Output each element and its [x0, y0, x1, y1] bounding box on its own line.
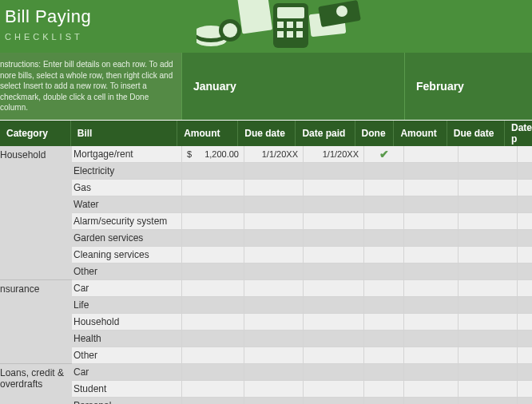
- data-cell[interactable]: [404, 280, 458, 297]
- data-cell[interactable]: [304, 381, 363, 398]
- bill-label[interactable]: Student: [72, 381, 181, 398]
- data-cell[interactable]: [518, 398, 532, 405]
- data-cell[interactable]: [182, 331, 244, 347]
- data-cell[interactable]: [364, 280, 403, 297]
- data-cell[interactable]: [244, 213, 303, 230]
- bill-label[interactable]: Car: [72, 364, 181, 381]
- bill-label[interactable]: Electricity: [72, 163, 181, 180]
- data-cell[interactable]: [244, 163, 303, 180]
- data-cell[interactable]: [518, 263, 532, 280]
- data-cell[interactable]: [304, 398, 363, 405]
- data-cell[interactable]: [304, 347, 363, 364]
- data-cell[interactable]: [304, 196, 363, 213]
- bill-label[interactable]: Household: [72, 314, 181, 331]
- data-cell[interactable]: [518, 381, 532, 398]
- data-cell[interactable]: [304, 331, 363, 347]
- data-cell[interactable]: [459, 163, 517, 180]
- data-cell[interactable]: [244, 381, 303, 398]
- data-cell[interactable]: [364, 180, 403, 196]
- data-cell[interactable]: [404, 263, 458, 280]
- data-cell[interactable]: [182, 213, 244, 230]
- data-cell[interactable]: [304, 263, 363, 280]
- data-cell[interactable]: [364, 297, 403, 314]
- bill-label[interactable]: Other: [72, 263, 181, 280]
- data-cell[interactable]: [518, 230, 532, 247]
- data-cell[interactable]: [304, 180, 363, 196]
- bill-label[interactable]: Gas: [72, 180, 181, 196]
- data-cell[interactable]: [404, 213, 458, 230]
- data-cell[interactable]: [459, 398, 517, 405]
- data-cell[interactable]: [404, 297, 458, 314]
- data-cell[interactable]: [182, 364, 244, 381]
- data-cell[interactable]: [459, 347, 517, 364]
- data-cell[interactable]: [404, 364, 458, 381]
- data-cell[interactable]: [182, 196, 244, 213]
- data-cell[interactable]: [182, 230, 244, 247]
- data-cell[interactable]: [182, 297, 244, 314]
- data-cell[interactable]: [304, 314, 363, 331]
- data-cell[interactable]: [404, 381, 458, 398]
- data-cell[interactable]: [404, 247, 458, 263]
- data-cell[interactable]: [404, 347, 458, 364]
- data-cell[interactable]: [459, 280, 517, 297]
- data-cell[interactable]: [304, 247, 363, 263]
- data-cell[interactable]: [459, 364, 517, 381]
- data-cell[interactable]: [364, 247, 403, 263]
- data-cell[interactable]: [459, 146, 517, 163]
- data-cell[interactable]: [459, 297, 517, 314]
- data-cell[interactable]: [182, 163, 244, 180]
- data-cell[interactable]: [459, 230, 517, 247]
- data-cell[interactable]: [459, 331, 517, 347]
- data-cell[interactable]: [364, 163, 403, 180]
- data-cell[interactable]: 1/1/20XX: [304, 146, 363, 163]
- data-cell[interactable]: [244, 180, 303, 196]
- data-cell[interactable]: [459, 314, 517, 331]
- data-cell[interactable]: [459, 263, 517, 280]
- data-cell[interactable]: [182, 314, 244, 331]
- data-cell[interactable]: [244, 364, 303, 381]
- data-cell[interactable]: [404, 180, 458, 196]
- data-cell[interactable]: [518, 314, 532, 331]
- data-cell[interactable]: [404, 230, 458, 247]
- data-cell[interactable]: [518, 364, 532, 381]
- data-cell[interactable]: [304, 230, 363, 247]
- data-cell[interactable]: [182, 263, 244, 280]
- bill-label[interactable]: Health: [72, 331, 181, 347]
- bill-label[interactable]: Cleaning services: [72, 247, 181, 263]
- data-cell[interactable]: [518, 331, 532, 347]
- data-cell[interactable]: [364, 347, 403, 364]
- data-cell[interactable]: [244, 230, 303, 247]
- data-cell[interactable]: [182, 347, 244, 364]
- data-cell[interactable]: [404, 163, 458, 180]
- data-cell[interactable]: [364, 398, 403, 405]
- data-cell[interactable]: [459, 180, 517, 196]
- data-cell[interactable]: [182, 398, 244, 405]
- data-cell[interactable]: [404, 196, 458, 213]
- bill-label[interactable]: Life: [72, 297, 181, 314]
- data-cell[interactable]: [459, 247, 517, 263]
- data-cell[interactable]: [459, 381, 517, 398]
- data-cell[interactable]: $1,200.00: [182, 146, 244, 163]
- data-cell[interactable]: ✔: [364, 146, 403, 163]
- data-cell[interactable]: [459, 213, 517, 230]
- data-cell[interactable]: [244, 280, 303, 297]
- data-cell[interactable]: [518, 196, 532, 213]
- data-cell[interactable]: [364, 331, 403, 347]
- data-cell[interactable]: [364, 381, 403, 398]
- data-cell[interactable]: [182, 180, 244, 196]
- data-cell[interactable]: [244, 196, 303, 213]
- data-cell[interactable]: [244, 398, 303, 405]
- data-cell[interactable]: [518, 163, 532, 180]
- data-cell[interactable]: [244, 297, 303, 314]
- data-cell[interactable]: [304, 364, 363, 381]
- data-cell[interactable]: [304, 280, 363, 297]
- bill-label[interactable]: Personal: [72, 398, 181, 405]
- data-cell[interactable]: [518, 180, 532, 196]
- bill-label[interactable]: Car: [72, 280, 181, 297]
- data-cell[interactable]: [404, 331, 458, 347]
- bill-label[interactable]: Other: [72, 347, 181, 364]
- data-cell[interactable]: [182, 247, 244, 263]
- data-cell[interactable]: [182, 381, 244, 398]
- data-cell[interactable]: [182, 280, 244, 297]
- data-cell[interactable]: [518, 280, 532, 297]
